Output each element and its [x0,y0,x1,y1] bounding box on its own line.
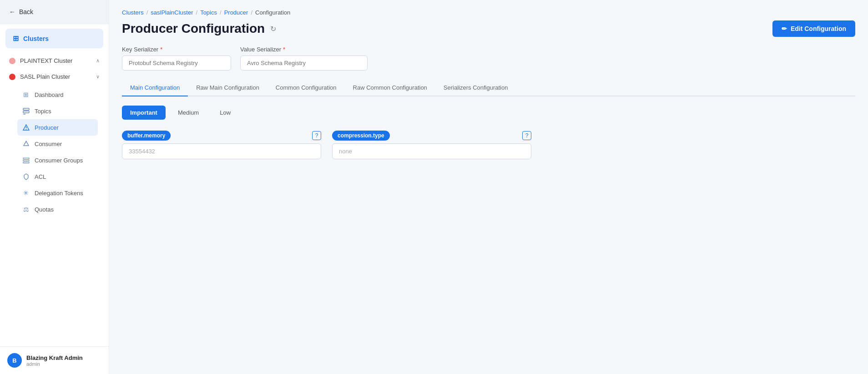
plaintext-cluster-dot [9,58,15,64]
back-button[interactable]: ← Back [0,0,109,24]
sidebar-item-topics[interactable]: Topics [17,103,98,119]
nav-items-list: ⊞ Dashboard Topics Producer Consumer [12,85,103,219]
svg-rect-0 [23,108,29,110]
key-serializer-label: Key Serializer * [122,46,231,53]
tab-raw-common-configuration[interactable]: Raw Common Configuration [345,80,435,96]
sidebar-item-label: Dashboard [35,91,64,98]
key-serializer-label-text: Key Serializer [122,46,158,53]
back-label: Back [19,8,33,15]
tab-main-configuration[interactable]: Main Configuration [122,80,188,96]
tab-common-configuration[interactable]: Common Configuration [267,80,345,96]
compression-type-field: compression.type ? [332,131,531,159]
buffer-memory-label-row: buffer.memory ? [122,131,321,141]
edit-configuration-button[interactable]: ✏ Edit Configuration [772,20,855,37]
acl-icon [22,172,30,181]
svg-rect-6 [23,158,29,159]
edit-icon: ✏ [782,25,787,32]
cluster-section: PLAINTEXT Cluster ∧ SASL Plain Cluster ∨… [0,53,109,219]
edit-button-label: Edit Configuration [791,25,846,32]
producer-icon [22,123,30,131]
topics-icon [22,107,30,115]
priority-medium-button[interactable]: Medium [169,106,207,120]
serializer-row: Key Serializer * Value Serializer * [122,46,855,71]
tab-raw-main-configuration[interactable]: Raw Main Configuration [188,80,267,96]
buffer-memory-input[interactable] [122,143,321,159]
configuration-tabs: Main Configuration Raw Main Configuratio… [122,80,855,96]
priority-important-button[interactable]: Important [122,106,166,120]
sidebar-item-label: Quotas [35,206,54,213]
value-required-star: * [283,46,285,53]
page-title-row: Producer Configuration ↻ [122,21,276,36]
sidebar-item-acl[interactable]: ACL [17,168,98,185]
sidebar-footer: B Blazing Kraft Admin admin [0,346,109,374]
breadcrumb-clusters[interactable]: Clusters [122,9,144,16]
avatar: B [7,353,22,368]
breadcrumb-current: Configuration [255,9,290,16]
key-serializer-field: Key Serializer * [122,46,231,71]
value-serializer-label-text: Value Serializer [240,46,281,53]
plaintext-cluster-chevron: ∧ [96,58,100,64]
compression-type-input[interactable] [332,143,531,159]
sidebar-item-label: ACL [35,173,46,180]
footer-role: admin [26,361,83,367]
sidebar-item-quotas[interactable]: ⚖ Quotas [17,201,98,217]
sidebar-item-producer[interactable]: Producer [17,119,98,136]
sidebar-item-label: Topics [35,108,51,115]
breadcrumb-topics[interactable]: Topics [200,9,217,16]
back-arrow-icon: ← [9,8,15,15]
sasl-cluster-item[interactable]: SASL Plain Cluster ∨ [5,69,103,85]
footer-username: Blazing Kraft Admin [26,354,83,361]
clusters-icon: ⊞ [13,34,19,43]
quotas-icon: ⚖ [22,205,30,213]
footer-info: Blazing Kraft Admin admin [26,354,83,367]
breadcrumb-sep-2: / [196,9,198,16]
sidebar-item-delegation-tokens[interactable]: ✳ Delegation Tokens [17,185,98,201]
value-serializer-input[interactable] [240,56,368,71]
buffer-memory-field: buffer.memory ? [122,131,321,159]
sidebar: ← Back ⊞ Clusters PLAINTEXT Cluster ∧ SA… [0,0,109,374]
sidebar-item-consumer-groups[interactable]: Consumer Groups [17,152,98,168]
plaintext-cluster-item[interactable]: PLAINTEXT Cluster ∧ [5,53,103,69]
svg-point-5 [25,129,26,130]
sidebar-item-label: Producer [35,124,59,131]
sasl-cluster-chevron: ∨ [96,74,100,80]
sidebar-item-label: Delegation Tokens [35,190,83,197]
breadcrumb-sep-1: / [146,9,148,16]
breadcrumb: Clusters / saslPlainCluster / Topics / P… [122,9,855,16]
compression-type-help-icon[interactable]: ? [522,131,531,140]
main-content: Clusters / saslPlainCluster / Topics / P… [109,0,868,374]
buffer-memory-tag: buffer.memory [122,131,171,141]
key-required-star: * [160,46,162,53]
page-header: Producer Configuration ↻ ✏ Edit Configur… [122,20,855,37]
tab-serializers-configuration[interactable]: Serializers Configuration [435,80,516,96]
svg-rect-2 [23,114,25,115]
sidebar-item-label: Consumer [35,141,62,147]
sidebar-item-consumer[interactable]: Consumer [17,136,98,152]
config-fields-grid: buffer.memory ? compression.type ? [122,131,531,159]
value-serializer-label: Value Serializer * [240,46,368,53]
consumer-groups-icon [22,156,30,164]
priority-low-button[interactable]: Low [211,106,239,120]
delegation-tokens-icon: ✳ [22,189,30,197]
svg-rect-1 [23,111,29,113]
svg-rect-8 [23,162,29,163]
compression-type-tag: compression.type [332,131,390,141]
plaintext-cluster-name: PLAINTEXT Cluster [20,57,91,64]
sasl-cluster-dot [9,74,15,80]
sidebar-item-dashboard[interactable]: ⊞ Dashboard [17,86,98,103]
refresh-icon[interactable]: ↻ [270,25,276,33]
sasl-cluster-name: SASL Plain Cluster [20,73,91,80]
page-title: Producer Configuration [122,21,265,36]
consumer-icon [22,140,30,148]
sidebar-item-label: Consumer Groups [35,157,83,164]
value-serializer-field: Value Serializer * [240,46,368,71]
clusters-nav-button[interactable]: ⊞ Clusters [5,29,103,48]
svg-rect-7 [23,160,29,161]
priority-row: Important Medium Low [122,106,855,120]
compression-type-label-row: compression.type ? [332,131,531,141]
dashboard-icon: ⊞ [22,91,30,99]
breadcrumb-producer[interactable]: Producer [224,9,248,16]
breadcrumb-cluster[interactable]: saslPlainCluster [151,9,193,16]
key-serializer-input[interactable] [122,56,231,71]
buffer-memory-help-icon[interactable]: ? [312,131,321,140]
